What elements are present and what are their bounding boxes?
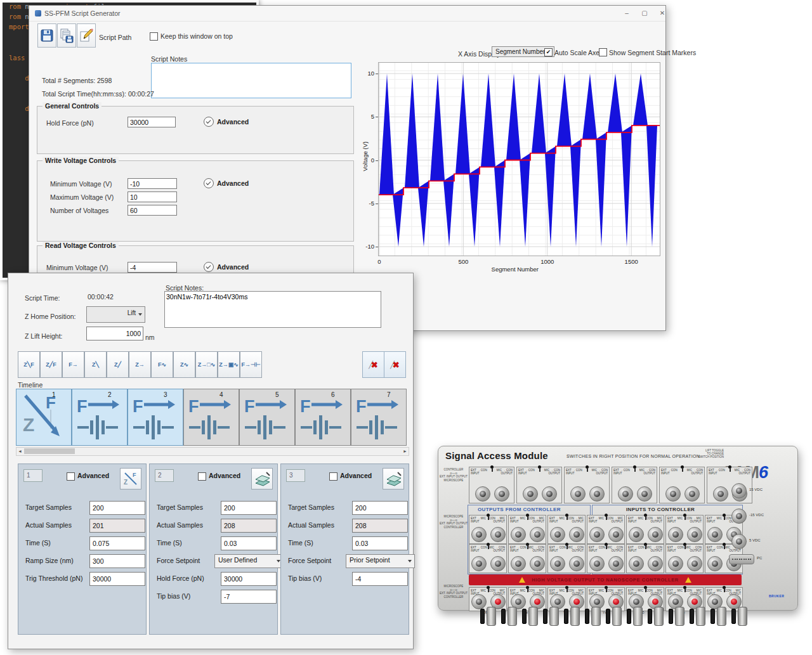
hold-force-input[interactable] [128, 117, 176, 127]
timeline-segment-3[interactable]: 3 F [128, 389, 183, 446]
toggle-switch[interactable] [681, 465, 684, 469]
scroll-right-arrow[interactable]: ► [403, 448, 407, 455]
seg-z-ramp-down-f-button[interactable]: Z╲F [18, 351, 40, 378]
x-axis-tick-label: 0 [369, 258, 390, 265]
toggle-switch[interactable] [490, 465, 494, 469]
advanced-checkbox[interactable] [67, 472, 75, 481]
field-input[interactable] [89, 554, 145, 568]
toggle-switch[interactable] [723, 543, 726, 546]
z-home-position-dropdown[interactable]: Lift [86, 306, 145, 323]
toggle-switch[interactable] [565, 514, 568, 517]
field-input[interactable] [221, 590, 277, 604]
advanced-checkbox[interactable] [198, 472, 206, 481]
toggle-switch[interactable] [644, 514, 647, 517]
layers-icon-button[interactable] [251, 468, 273, 490]
show-markers-checkbox[interactable] [599, 48, 607, 56]
toggle-switch[interactable] [526, 586, 529, 589]
toggle-switch[interactable] [644, 586, 647, 589]
field-label: Target Samples [157, 503, 203, 511]
field-input[interactable] [89, 501, 145, 515]
toggle-switch[interactable] [683, 586, 686, 589]
seg-z-hold-button[interactable]: Z→ [129, 351, 151, 378]
toggle-switch[interactable] [487, 543, 490, 546]
field-input[interactable] [221, 501, 277, 515]
read-min-voltage-input[interactable] [128, 262, 177, 273]
scrollbar-thumb[interactable] [24, 448, 75, 454]
toggle-switch[interactable] [683, 543, 686, 546]
seg-f-wave-button[interactable]: F∿ [151, 351, 173, 378]
force-setpoint-dropdown[interactable]: User Defined [214, 554, 284, 568]
toggle-switch[interactable] [605, 514, 608, 517]
field-input[interactable] [221, 519, 277, 533]
timeline-segment-2[interactable]: 2 F [72, 389, 128, 446]
timeline-segment-1[interactable]: 1 Z F [16, 389, 72, 446]
layers-icon-button[interactable] [383, 468, 404, 490]
edit-script-button[interactable] [77, 23, 96, 48]
save-script-as-button[interactable] [57, 23, 76, 48]
seg-f-hold-button[interactable]: F→ [62, 351, 84, 378]
title-bar[interactable]: SS-PFM Script Generator – ▢ ✕ [29, 6, 665, 22]
timeline-segment-5[interactable]: 5 F [239, 389, 295, 446]
field-input[interactable] [221, 572, 277, 586]
close-button[interactable]: ✕ [655, 8, 670, 18]
seg-z-ramp-up-f-button[interactable]: Z╱F [40, 351, 62, 378]
ramp-icon-button[interactable]: Z F [120, 468, 141, 490]
toggle-switch[interactable] [605, 586, 608, 589]
toggle-switch[interactable] [538, 465, 541, 469]
toggle-switch[interactable] [565, 586, 568, 589]
toggle-switch[interactable] [487, 514, 490, 517]
save-script-button[interactable] [37, 23, 56, 48]
toggle-switch[interactable] [586, 465, 589, 469]
field-input[interactable] [352, 572, 408, 586]
advanced-expander[interactable]: Advanced [204, 262, 249, 272]
keep-on-top-checkbox[interactable] [150, 32, 158, 41]
seg-z-wave-button[interactable]: Z∿ [173, 351, 195, 378]
delete-all-segments-button[interactable]: ╱✖ [384, 351, 406, 378]
toggle-switch[interactable] [526, 543, 529, 546]
minimize-button[interactable]: – [619, 8, 634, 18]
toggle-switch[interactable] [487, 586, 490, 589]
advanced-checkbox[interactable] [329, 472, 337, 481]
toggle-switch[interactable] [683, 514, 686, 517]
delete-segment-button[interactable]: ╱✖ [362, 351, 384, 378]
timeline-segment-4[interactable]: 4 F [183, 389, 239, 446]
script-notes-textarea[interactable]: 30nN1w-7to71r-4to4V30ms [164, 291, 381, 328]
field-input[interactable] [352, 519, 408, 533]
maximize-button[interactable]: ▢ [637, 8, 652, 18]
write-min-voltage-input[interactable] [128, 178, 177, 189]
field-input[interactable] [89, 572, 145, 586]
timeline-scrollbar[interactable]: ◄ ► [16, 447, 409, 456]
script-notes-textarea[interactable] [151, 63, 351, 98]
toggle-switch[interactable] [526, 514, 529, 517]
timeline-segment-7[interactable]: 7 F [351, 389, 407, 446]
z-lift-height-input[interactable] [86, 327, 143, 340]
field-input[interactable] [352, 536, 408, 550]
toggle-switch[interactable] [723, 514, 726, 517]
write-max-voltage-input[interactable] [128, 191, 177, 202]
timeline-segment-6[interactable]: 6 F [295, 389, 351, 446]
seg-z-ramp-down-button[interactable]: Z╲ [84, 351, 107, 378]
scroll-left-arrow[interactable]: ◄ [18, 448, 22, 455]
field-input[interactable] [221, 536, 277, 550]
high-voltage-banner-text: HIGH VOLTAGE OUTPUT TO NANOSCOPE CONTROL… [532, 577, 679, 583]
auto-scale-checkbox[interactable]: ✔ [544, 48, 553, 56]
seg-z-hold-image-wave-button[interactable]: Z→▣∿ [218, 351, 240, 378]
module-output-label: MIC → CONOUTPUT [735, 469, 750, 475]
toggle-switch[interactable] [723, 586, 726, 589]
toggle-switch[interactable] [633, 465, 636, 469]
seg-z-ramp-up-button[interactable]: Z╱ [107, 351, 129, 378]
floppy-icon [40, 29, 54, 42]
force-setpoint-dropdown[interactable]: Prior Setpoint [346, 554, 415, 568]
field-input[interactable] [89, 519, 145, 533]
field-input[interactable] [89, 536, 145, 550]
field-input[interactable] [352, 501, 408, 515]
seg-f-hold-bias-button[interactable]: F→⊣⊢ [240, 351, 262, 378]
num-voltages-input[interactable] [128, 205, 177, 216]
toggle-switch[interactable] [644, 543, 647, 546]
advanced-expander[interactable]: Advanced [204, 178, 249, 188]
toggle-switch[interactable] [605, 543, 608, 546]
seg-z-hold-step-wave-button[interactable]: Z→□∿ [195, 351, 218, 378]
toggle-switch[interactable] [728, 465, 731, 469]
toggle-switch[interactable] [565, 543, 568, 546]
advanced-expander[interactable]: Advanced [204, 117, 249, 127]
